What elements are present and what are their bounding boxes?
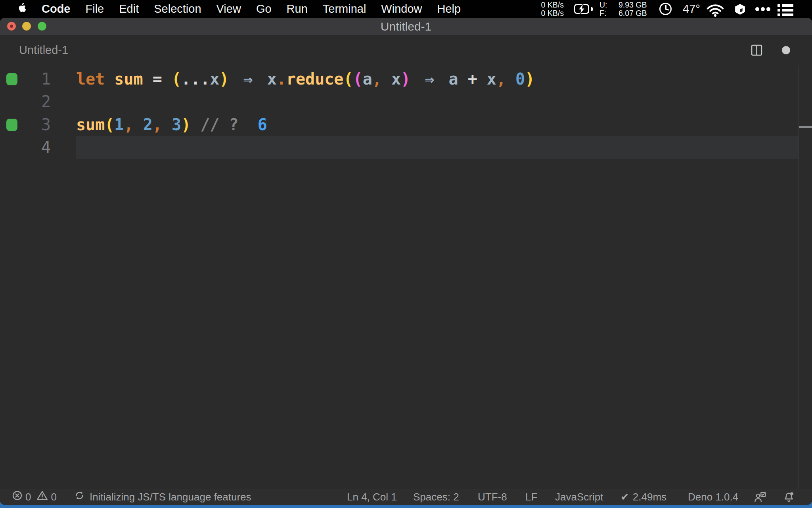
- titlebar[interactable]: Untitled-1: [0, 18, 812, 35]
- line-number[interactable]: 1: [0, 68, 51, 91]
- editor-line-2[interactable]: 2: [0, 90, 812, 114]
- code-token-b1: (: [172, 70, 181, 88]
- code-token-quokka: 6: [258, 115, 267, 134]
- split-editor-icon[interactable]: [751, 44, 763, 58]
- eol-setting[interactable]: LF: [525, 489, 537, 505]
- battery-tip: [591, 7, 593, 11]
- encoding[interactable]: UTF-8: [478, 489, 507, 505]
- code-token-op: =: [153, 70, 162, 88]
- warning-count: 0: [51, 491, 56, 503]
- editor-line-3[interactable]: 3sum(1, 2, 3) // ? 6: [0, 114, 812, 137]
- editor[interactable]: 1let sum = (...x) ⇒ x.reduce((a, x) ⇒ a …: [0, 65, 812, 489]
- feedback-icon[interactable]: [754, 492, 766, 505]
- code-token-b1: ): [525, 70, 534, 88]
- code-token: [229, 70, 238, 88]
- code-token: [134, 115, 143, 134]
- status-left-group[interactable]: 0 0 Initializing JS/TS language features: [12, 489, 251, 505]
- code-token-var: x: [391, 70, 401, 88]
- code-token-fn: sum: [114, 70, 143, 88]
- code-text[interactable]: let sum = (...x) ⇒ x.reduce((a, x) ⇒ a +…: [76, 68, 534, 91]
- code-token-var: a: [448, 70, 458, 88]
- code-token-b1: ): [181, 115, 191, 134]
- code-token-fn: reduce: [286, 70, 344, 88]
- quokka-perf-time[interactable]: ✔ 2.49ms: [620, 489, 666, 505]
- memory-used-label: U:: [599, 1, 619, 10]
- network-speed-indicator[interactable]: 0 KB/s 0 KB/s: [536, 1, 564, 18]
- more-dots-icon[interactable]: [755, 7, 770, 11]
- clock-hour-hand: [665, 8, 669, 11]
- code-token: [410, 70, 420, 88]
- temperature-indicator[interactable]: 47°: [683, 0, 700, 18]
- code-token-punct: ,: [372, 70, 382, 88]
- code-token-spread: ...: [181, 70, 210, 88]
- overview-ruler-border: [799, 65, 799, 489]
- code-token-punct: ,: [124, 115, 133, 134]
- clock-icon[interactable]: [659, 3, 672, 15]
- deno-version[interactable]: Deno 1.0.4: [688, 489, 738, 505]
- code-token-num: 0: [515, 70, 525, 88]
- errors-icon: [12, 490, 23, 504]
- code-text[interactable]: sum(1, 2, 3) // ? 6: [76, 114, 267, 137]
- code-token: [162, 70, 172, 88]
- code-token-punct: .: [277, 70, 286, 88]
- window-title: Untitled-1: [0, 18, 812, 35]
- code-token-punct: ,: [496, 70, 506, 88]
- code-token: [219, 115, 229, 134]
- menubar-status-area: 0 KB/s 0 KB/s U: 9.93 GB F: 6.07 GB 47°: [0, 0, 812, 18]
- language-mode[interactable]: JavaScript: [555, 489, 603, 505]
- sync-spinner-icon: [74, 490, 85, 504]
- code-token-b2: (: [353, 70, 363, 88]
- code-token: [382, 70, 391, 88]
- line-number[interactable]: 4: [0, 136, 51, 159]
- code-token-comment: //: [200, 115, 219, 134]
- network-down-speed: 0 KB/s: [536, 9, 564, 18]
- code-token-b2: ): [401, 70, 410, 88]
- code-token-b1: (: [343, 70, 353, 88]
- code-token: [191, 115, 200, 134]
- code-token-op: +: [468, 70, 477, 88]
- cursor-position[interactable]: Ln 4, Col 1: [347, 489, 397, 505]
- code-token-var: a: [363, 70, 372, 88]
- code-token: [258, 70, 267, 88]
- network-up-speed: 0 KB/s: [536, 1, 564, 10]
- wifi-icon[interactable]: [706, 3, 724, 18]
- bell-icon[interactable]: [783, 492, 795, 505]
- code-token: [162, 115, 172, 134]
- task-list-icon[interactable]: [778, 4, 793, 16]
- status-bar: 0 0 Initializing JS/TS language features: [0, 489, 812, 505]
- code-token-var: x: [487, 70, 496, 88]
- code-token-b1: ): [219, 70, 229, 88]
- warnings-icon: [36, 490, 48, 504]
- code-token-var: x: [210, 70, 219, 88]
- code-token-num: 3: [172, 115, 181, 134]
- line-number[interactable]: 2: [0, 90, 51, 114]
- line-number[interactable]: 3: [0, 114, 51, 137]
- memory-free-label: F:: [599, 9, 619, 18]
- code-token: [506, 70, 515, 88]
- editor-title-bar: Untitled-1: [0, 35, 812, 65]
- menubar: Code FileEditSelectionViewGoRunTerminalW…: [0, 0, 812, 18]
- code-token-b1: (: [105, 115, 114, 134]
- indent-setting[interactable]: Spaces: 2: [413, 489, 459, 505]
- memory-indicator[interactable]: U: 9.93 GB F: 6.07 GB: [599, 1, 647, 18]
- modified-indicator-dot[interactable]: [782, 46, 790, 54]
- code-token-fn: sum: [76, 115, 105, 134]
- code-token: [143, 70, 153, 88]
- tab-untitled-1[interactable]: Untitled-1: [19, 35, 68, 65]
- code-token-num: 1: [114, 115, 124, 134]
- code-token-var: x: [267, 70, 277, 88]
- code-token-arrow: ⇒: [420, 68, 439, 91]
- code-token: [439, 70, 448, 88]
- overview-ruler-marker: [799, 126, 812, 128]
- battery-charging-icon[interactable]: [574, 4, 592, 14]
- error-count: 0: [25, 491, 31, 503]
- editor-line-4[interactable]: 4: [0, 136, 812, 159]
- code-token-comment: ?: [229, 115, 238, 134]
- code-token: [105, 70, 114, 88]
- memory-free-value: 6.07 GB: [619, 9, 647, 18]
- editor-line-1[interactable]: 1let sum = (...x) ⇒ x.reduce((a, x) ⇒ a …: [0, 68, 812, 91]
- code-token-kw: let: [76, 70, 105, 88]
- cube-app-icon[interactable]: [734, 3, 746, 17]
- charging-bolt-icon: [578, 4, 586, 16]
- vscode-window: Untitled-1 Untitled-1 1let sum = (...x) …: [0, 18, 812, 505]
